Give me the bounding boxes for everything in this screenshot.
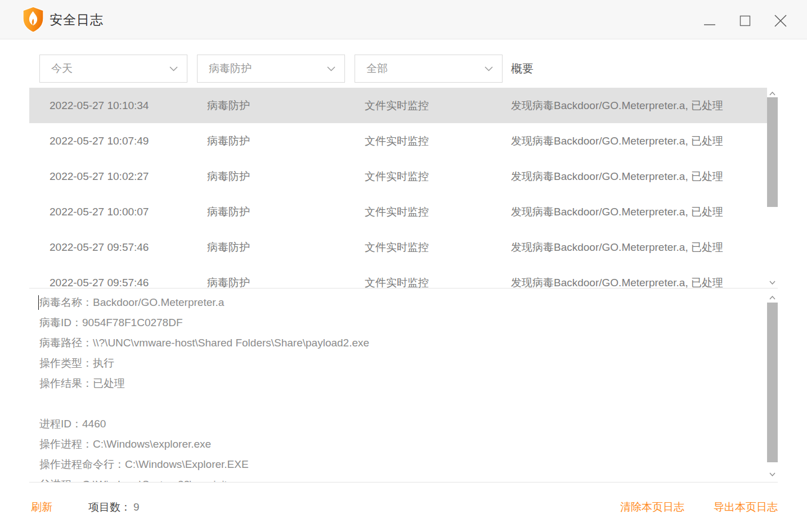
row-summary: 发现病毒Backdoor/GO.Meterpreter.a, 已处理 [511, 194, 723, 229]
item-count-value: 9 [133, 501, 140, 513]
export-page-log-button[interactable]: 导出本页日志 [714, 500, 778, 515]
row-feature: 文件实时监控 [365, 159, 429, 194]
row-feature: 文件实时监控 [365, 265, 429, 288]
detail-virus-id: 病毒ID：9054F78F1C0278DF [39, 313, 767, 333]
detail-operation-type: 操作类型：执行 [39, 353, 767, 373]
app-logo-flame-shield-icon [21, 6, 45, 33]
log-list-scrollbar[interactable] [767, 88, 778, 288]
row-summary: 发现病毒Backdoor/GO.Meterpreter.a, 已处理 [511, 159, 723, 194]
close-icon [774, 14, 787, 28]
refresh-button[interactable]: 刷新 [31, 500, 52, 515]
footer-bar: 刷新 项目数：9 清除本页日志 导出本页日志 [29, 483, 778, 532]
scroll-up-button[interactable] [767, 293, 778, 302]
item-count-label: 项目数： [88, 501, 131, 513]
scroll-down-button[interactable] [767, 470, 778, 479]
summary-column-header: 概要 [511, 55, 533, 83]
row-category: 病毒防护 [207, 265, 250, 288]
row-feature: 文件实时监控 [365, 88, 429, 123]
table-row[interactable]: 2022-05-27 10:02:27 病毒防护 文件实时监控 发现病毒Back… [29, 159, 767, 194]
row-summary: 发现病毒Backdoor/GO.Meterpreter.a, 已处理 [511, 123, 723, 159]
date-range-value: 今天 [51, 61, 169, 76]
chevron-down-icon [485, 66, 493, 71]
row-summary: 发现病毒Backdoor/GO.Meterpreter.a, 已处理 [511, 265, 723, 288]
log-list: 2022-05-27 10:10:34 病毒防护 文件实时监控 发现病毒Back… [29, 88, 778, 288]
row-category: 病毒防护 [207, 194, 250, 229]
maximize-icon [739, 15, 751, 26]
row-summary: 发现病毒Backdoor/GO.Meterpreter.a, 已处理 [511, 229, 723, 265]
row-time: 2022-05-27 09:57:46 [50, 265, 149, 288]
chevron-up-icon [769, 92, 775, 96]
table-row[interactable]: 2022-05-27 10:07:49 病毒防护 文件实时监控 发现病毒Back… [29, 123, 767, 159]
detail-virus-path: 病毒路径：\\?\UNC\vmware-host\Shared Folders\… [39, 333, 767, 353]
scope-value: 全部 [366, 61, 485, 76]
detail-virus-name: 病毒名称：Backdoor/GO.Meterpreter.a [39, 292, 767, 313]
row-time: 2022-05-27 10:02:27 [50, 159, 149, 194]
row-feature: 文件实时监控 [365, 229, 429, 265]
detail-operation-result: 操作结果：已处理 [39, 373, 767, 394]
item-count: 项目数：9 [88, 500, 140, 515]
detail-blank-line [39, 394, 767, 414]
text-caret [38, 295, 39, 310]
row-category: 病毒防护 [207, 123, 250, 159]
date-range-dropdown[interactable]: 今天 [39, 55, 187, 83]
chevron-down-icon [327, 66, 335, 71]
detail-scrollbar[interactable] [767, 288, 778, 482]
module-value: 病毒防护 [209, 61, 327, 76]
chevron-down-icon [769, 472, 775, 476]
table-row[interactable]: 2022-05-27 09:57:46 病毒防护 文件实时监控 发现病毒Back… [29, 229, 767, 265]
row-category: 病毒防护 [207, 229, 250, 265]
row-time: 2022-05-27 09:57:46 [50, 229, 149, 265]
table-row[interactable]: 2022-05-27 10:10:34 病毒防护 文件实时监控 发现病毒Back… [29, 88, 767, 123]
scrollbar-thumb[interactable] [767, 303, 778, 462]
row-feature: 文件实时监控 [365, 123, 429, 159]
close-button[interactable] [768, 8, 793, 33]
titlebar: 安全日志 [0, 0, 807, 39]
row-time: 2022-05-27 10:07:49 [50, 123, 149, 159]
detail-process-id: 进程ID：4460 [39, 414, 767, 434]
scrollbar-thumb[interactable] [767, 97, 778, 207]
row-time: 2022-05-27 10:10:34 [50, 88, 149, 123]
table-row[interactable]: 2022-05-27 09:57:46 病毒防护 文件实时监控 发现病毒Back… [29, 265, 767, 288]
row-time: 2022-05-27 10:00:07 [50, 194, 149, 229]
detail-parent-process: 父进程：C:\Windows\System32\userinit.exe [39, 475, 767, 482]
row-category: 病毒防护 [207, 88, 250, 123]
content-area: 今天 病毒防护 全部 概要 2022-05-27 10:10:34 病毒防护 文… [29, 40, 778, 532]
detail-process-path: 操作进程：C:\Windows\explorer.exe [39, 434, 767, 454]
row-summary: 发现病毒Backdoor/GO.Meterpreter.a, 已处理 [511, 88, 723, 123]
scroll-up-button[interactable] [767, 89, 778, 98]
row-feature: 文件实时监控 [365, 194, 429, 229]
table-row[interactable]: 2022-05-27 10:00:07 病毒防护 文件实时监控 发现病毒Back… [29, 194, 767, 229]
scroll-down-button[interactable] [767, 278, 778, 287]
chevron-down-icon [169, 66, 178, 71]
maximize-button[interactable] [733, 8, 757, 33]
footer-actions: 清除本页日志 导出本页日志 [620, 500, 778, 515]
minimize-button[interactable] [697, 8, 722, 33]
chevron-down-icon [769, 281, 775, 285]
page-title: 安全日志 [50, 0, 104, 39]
row-category: 病毒防护 [207, 159, 250, 194]
minimize-icon [703, 15, 716, 27]
clear-page-log-button[interactable]: 清除本页日志 [620, 500, 684, 515]
log-detail-pane[interactable]: 病毒名称：Backdoor/GO.Meterpreter.a 病毒ID：9054… [29, 288, 767, 482]
filter-bar: 今天 病毒防护 全部 概要 [29, 49, 778, 88]
module-dropdown[interactable]: 病毒防护 [197, 55, 345, 83]
detail-process-cmdline: 操作进程命令行：C:\Windows\Explorer.EXE [39, 454, 767, 475]
scope-dropdown[interactable]: 全部 [355, 55, 503, 83]
chevron-up-icon [769, 296, 775, 300]
